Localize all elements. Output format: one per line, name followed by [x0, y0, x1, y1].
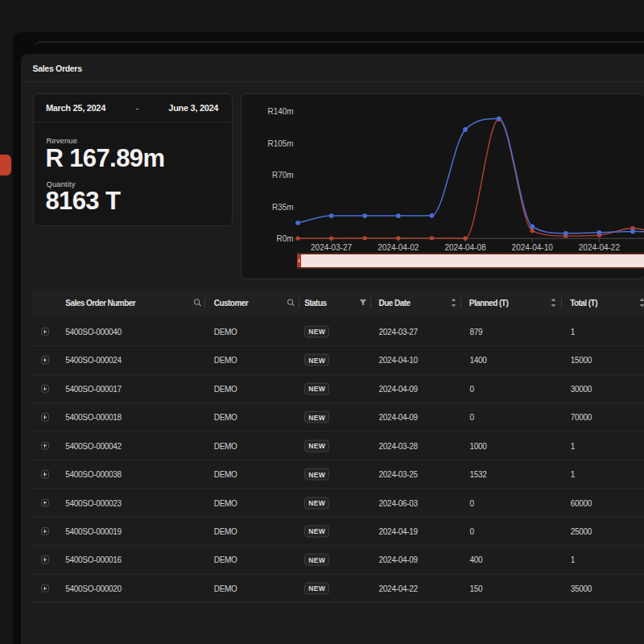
revenue-line-chart: R0mR35mR70mR105mR140m2024-03-272024-04-0… [242, 94, 644, 279]
column-header-status: Status [304, 298, 326, 307]
cell-son: 5400SO-000042 [65, 441, 122, 450]
status-badge: NEW [304, 469, 329, 481]
revenue-blue-point [396, 214, 401, 219]
x-axis-label: 2024-04-10 [512, 243, 554, 252]
cell-total: 15000 [571, 356, 592, 365]
scrollbar-handle-grip-icon [299, 259, 299, 262]
expand-row-button[interactable] [41, 470, 50, 479]
y-axis-label: R140m [268, 107, 294, 116]
cell-customer: DEMO [214, 327, 237, 336]
chart-card: R0mR35mR70mR105mR140m2024-03-272024-04-0… [241, 93, 644, 279]
cell-total: 70000 [571, 413, 592, 422]
cell-planned: 1000 [470, 441, 487, 450]
cell-son: 5400SO-000020 [65, 584, 122, 592]
cell-total: 1 [571, 555, 575, 564]
column-header-total: Total (T) [570, 298, 597, 307]
date-to[interactable]: June 3, 2024 [168, 103, 218, 113]
background-card-top-edge [35, 41, 644, 46]
status-badge: NEW [304, 411, 329, 423]
screen: Sales Orders March 25, 2024 - June 3, 20… [0, 0, 644, 644]
cell-due: 2024-04-09 [379, 413, 418, 422]
date-range-picker[interactable]: March 25, 2024 - June 3, 2024 [34, 94, 232, 122]
date-separator: - [135, 103, 138, 113]
cell-planned: 1532 [470, 470, 487, 479]
expand-row-button[interactable] [41, 328, 50, 336]
revenue-value: R 167.89m [45, 146, 164, 171]
cell-customer: DEMO [214, 413, 237, 422]
sort-icon[interactable] [639, 298, 644, 308]
cell-son: 5400SO-000040 [65, 327, 122, 336]
status-badge: NEW [304, 497, 329, 509]
status-badge: NEW [304, 440, 329, 452]
revenue-blue-point [530, 225, 535, 229]
table-row: 5400SO-000017DEMONEW2024-04-09030000 [32, 375, 644, 403]
card-header-divider [21, 81, 644, 82]
revenue-blue-point [430, 213, 435, 218]
cell-total: 35000 [571, 584, 592, 592]
revenue-red-point [329, 237, 333, 241]
cell-planned: 150 [470, 584, 483, 592]
expand-row-button[interactable] [41, 385, 50, 394]
cell-total: 30000 [571, 384, 592, 393]
cell-due: 2024-04-19 [379, 526, 418, 535]
revenue-red-point [530, 229, 535, 233]
cell-status: NEW [304, 582, 329, 594]
side-accent-button[interactable] [0, 155, 11, 175]
cell-son: 5400SO-000023 [65, 498, 122, 507]
page-title: Sales Orders [33, 64, 82, 73]
cell-status: NEW [304, 554, 329, 566]
cell-customer: DEMO [214, 384, 237, 393]
revenue-blue-point [295, 221, 300, 225]
table-row: 5400SO-000024DEMONEW2024-04-10140015000 [32, 346, 644, 374]
expand-row-button[interactable] [41, 555, 50, 564]
column-separator [299, 297, 299, 308]
cell-son: 5400SO-000016 [65, 555, 122, 564]
filter-icon[interactable] [359, 299, 367, 307]
sales-orders-table: Sales Order NumberCustomerStatusDue Date… [32, 289, 644, 644]
y-axis-label: R70m [272, 171, 294, 180]
sort-icon[interactable] [551, 298, 556, 308]
status-badge: NEW [304, 554, 329, 566]
cell-due: 2024-06-03 [379, 498, 418, 507]
expand-row-button[interactable] [41, 527, 50, 536]
expand-row-button[interactable] [41, 413, 50, 422]
cell-son: 5400SO-000018 [65, 413, 122, 422]
table-body: 5400SO-000040DEMONEW2024-03-2787915400SO… [32, 318, 644, 603]
revenue-blue-line [298, 119, 644, 234]
expand-row-button[interactable] [41, 356, 50, 365]
status-badge: NEW [304, 382, 329, 394]
y-axis-label: R0m [277, 235, 294, 244]
column-separator [460, 297, 461, 308]
revenue-red-point [363, 237, 367, 241]
table-row: 5400SO-000020DEMONEW2024-04-2215035000 [32, 575, 644, 603]
expand-row-button[interactable] [41, 498, 50, 507]
cell-planned: 0 [470, 413, 474, 422]
x-axis-label: 2024-04-08 [445, 243, 487, 252]
cell-planned: 1400 [470, 356, 487, 365]
search-icon[interactable] [287, 298, 295, 307]
table-row: 5400SO-000018DEMONEW2024-04-09070000 [32, 403, 644, 431]
chart-range-scrollbar[interactable] [297, 253, 644, 269]
cell-customer: DEMO [214, 526, 237, 535]
revenue-red-point [463, 237, 467, 241]
cell-planned: 0 [470, 384, 474, 393]
status-badge: NEW [304, 354, 329, 366]
y-axis-label: R35m [272, 203, 294, 212]
stats-card: March 25, 2024 - June 3, 2024 Revenue R … [33, 93, 233, 226]
stats-divider [34, 122, 232, 122]
cell-customer: DEMO [214, 555, 237, 564]
expand-row-button[interactable] [41, 441, 50, 450]
date-from[interactable]: March 25, 2024 [46, 103, 105, 113]
cell-customer: DEMO [214, 470, 237, 479]
revenue-blue-point [597, 230, 602, 235]
sort-icon[interactable] [451, 298, 456, 308]
cell-status: NEW [304, 354, 329, 366]
expand-row-button[interactable] [41, 584, 50, 593]
quantity-value: 8163 T [45, 188, 120, 213]
scrollbar-left-handle[interactable] [297, 254, 300, 267]
search-icon[interactable] [193, 298, 202, 307]
table-row: 5400SO-000023DEMONEW2024-06-03060000 [32, 489, 644, 517]
revenue-red-line [298, 120, 644, 239]
revenue-red-point [430, 237, 434, 241]
column-header-due: Due Date [379, 298, 411, 307]
